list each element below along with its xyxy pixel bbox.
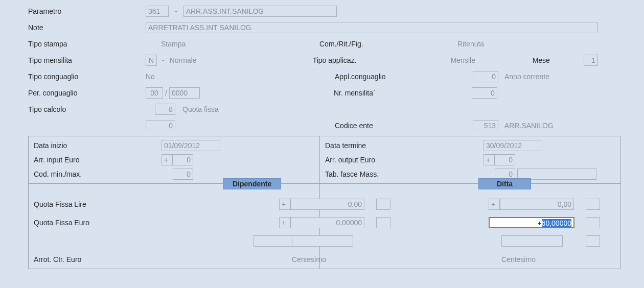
row-quota-fissa-lire-vals: + 0,00 + 0,00 (320, 197, 615, 211)
dip-euro-val-field[interactable]: 0,00000 (290, 217, 364, 228)
label-arr-output-euro: Arr. output Euro (325, 156, 484, 164)
label-mese: Mese (533, 56, 584, 64)
cod-min-max-field[interactable]: 0 (173, 169, 193, 180)
label-parametro: Parametro (28, 7, 146, 15)
tipo-conguaglio-value: No (146, 73, 335, 81)
arr-output-val-field[interactable]: 0 (495, 154, 515, 165)
data-inizio-field[interactable]: 01/09/2012 (162, 140, 220, 151)
row-per-conguaglio: Per. conguaglio 00 / 0000 Nr. mensilita`… (28, 87, 644, 99)
label-tipo-conguaglio: Tipo conguaglio (28, 73, 146, 81)
com-rit-fig-value: Ritenuta (457, 40, 484, 48)
label-arrot-ctr-euro: Arrot. Ctr. Euro (34, 255, 254, 263)
centesimo-ditta-text: Centesimo (501, 255, 536, 263)
param-dash: - (169, 7, 183, 15)
row-codice-ente: 0 Codice ente 513 ARR.SANILOG (28, 119, 644, 132)
zero-box-field[interactable]: 0 (146, 120, 175, 131)
ditta-euro-sign: + (537, 219, 541, 227)
row-tipo-calcolo: Tipo calcolo 8 Quota fissa (28, 103, 644, 115)
nr-mensilita-field[interactable]: 0 (472, 87, 497, 99)
ditta-euro-extra-field[interactable] (586, 217, 600, 228)
row-tipo-conguaglio: Tipo conguaglio No Appl.conguaglio 0 Ann… (28, 70, 644, 83)
parametro-desc-field[interactable]: ARR.ASS.INT.SANILOG (183, 6, 337, 17)
ditta-blank-extra-field[interactable] (586, 235, 600, 247)
label-appl-conguaglio: Appl.conguaglio (335, 73, 473, 81)
note-field[interactable]: ARRETRATI ASS.INT SANILOG (146, 22, 598, 33)
dip-euro-sign-field[interactable]: + (279, 217, 290, 228)
row-note: Note ARRETRATI ASS.INT SANILOG (28, 21, 644, 34)
anno-corrente-text: Anno corrente (498, 73, 549, 81)
row-tab-fasce-mass: Tab. fasce Mass. 0 (325, 167, 615, 181)
row-tipo-stampa: Tipo stampa Stampa Com./Rit./Fig. Ritenu… (28, 38, 644, 50)
label-data-termine: Data termine (325, 141, 484, 150)
row-centesimo: Centesimo Centesimo (320, 252, 615, 267)
label-note: Note (28, 23, 146, 32)
tipo-applicaz-value: Mensile (451, 56, 533, 64)
tipo-stampa-value: Stampa (146, 40, 319, 48)
label-com-rit-fig: Com./Rit./Fig. (319, 40, 457, 48)
row-data-termine: Data termine 30/09/2012 (325, 138, 615, 153)
per-conguaglio-yyyy-field[interactable]: 0000 (169, 87, 200, 99)
row-tipo-mensilita: Tipo mensilita N - Normale Tipo applicaz… (28, 54, 644, 66)
arr-input-val-field[interactable]: 0 (173, 154, 193, 165)
dip-blank-field2[interactable] (292, 235, 353, 247)
tipo-calcolo-code-field[interactable]: 8 (155, 104, 175, 115)
tipo-mensilita-desc: Normale (170, 56, 313, 64)
ditta-lire-sign-field[interactable]: + (489, 199, 500, 210)
label-nr-mensilita: Nr. mensilita` (334, 89, 472, 97)
dip-lire-sign-field[interactable]: + (279, 199, 290, 210)
tipo-calcolo-desc: Quota fissa (175, 105, 219, 113)
codice-ente-desc: ARR.SANILOG (498, 122, 554, 130)
codice-ente-code-field[interactable]: 513 (473, 120, 498, 131)
per-conguaglio-mm-field[interactable]: 00 (146, 87, 163, 99)
data-termine-field[interactable]: 30/09/2012 (484, 140, 542, 151)
per-slash: / (163, 89, 169, 97)
tab-dipendente[interactable]: Dipendente (223, 178, 281, 189)
tipo-mensilita-code-field[interactable]: N (146, 55, 157, 66)
label-quota-fissa-euro: Quota Fissa Euro (34, 219, 254, 227)
ditta-euro-field[interactable]: +60,00000 (489, 217, 574, 228)
label-tipo-mensilita: Tipo mensilita (28, 56, 146, 64)
label-cod-min-max: Cod. min./max. (34, 170, 162, 178)
row-quota-fissa-euro-dip: Quota Fissa Euro (34, 215, 314, 230)
mens-dash: - (157, 56, 170, 64)
ditta-euro-value-selection: 60,00000 (542, 219, 571, 227)
ditta-blank-field[interactable] (501, 235, 563, 247)
label-tipo-calcolo: Tipo calcolo (28, 105, 146, 113)
centesimo-dip-text: Centesimo (292, 255, 326, 263)
row-empty-dip (34, 234, 314, 248)
label-tipo-stampa: Tipo stampa (28, 40, 146, 48)
lower-section: Data inizio 01/09/2012 Arr. input Euro +… (28, 136, 621, 269)
mese-field[interactable]: 1 (584, 55, 598, 66)
label-per-conguaglio: Per. conguaglio (28, 89, 146, 97)
row-arr-input-euro: Arr. input Euro + 0 (34, 153, 314, 167)
appl-conguaglio-field[interactable]: 0 (473, 71, 498, 82)
row-arrot-ctr-euro: Arrot. Ctr. Euro (34, 252, 314, 267)
row-data-inizio: Data inizio 01/09/2012 (34, 138, 314, 153)
ditta-lire-val-field[interactable]: 0,00 (500, 199, 574, 210)
label-arr-input-euro: Arr. input Euro (34, 156, 162, 164)
tab-ditta[interactable]: Ditta (478, 178, 531, 189)
row-arr-output-euro: Arr. output Euro + 0 (325, 153, 615, 167)
parametro-code-field[interactable]: 361 (146, 6, 169, 17)
label-codice-ente: Codice ente (335, 122, 473, 130)
label-tab-fasce-mass: Tab. fasce Mass. (325, 170, 484, 178)
dip-lire-val-field[interactable]: 0,00 (290, 199, 364, 210)
row-parametro: Parametro 361 - ARR.ASS.INT.SANILOG (28, 5, 644, 17)
row-empty-ditta (320, 234, 615, 248)
label-quota-fissa-lire: Quota Fissa Lire (34, 200, 254, 208)
dip-euro-extra-field[interactable] (376, 217, 390, 228)
row-quota-fissa-lire-dip: Quota Fissa Lire (34, 197, 314, 211)
label-data-inizio: Data inizio (34, 141, 162, 150)
dip-lire-extra-field[interactable] (376, 199, 390, 210)
label-tipo-applicaz: Tipo applicaz. (313, 56, 451, 64)
arr-output-sign-field[interactable]: + (484, 154, 495, 165)
row-quota-fissa-euro-vals: + 0,00000 +60,00000 (320, 215, 615, 230)
arr-input-sign-field[interactable]: + (162, 154, 173, 165)
ditta-lire-extra-field[interactable] (586, 199, 600, 210)
